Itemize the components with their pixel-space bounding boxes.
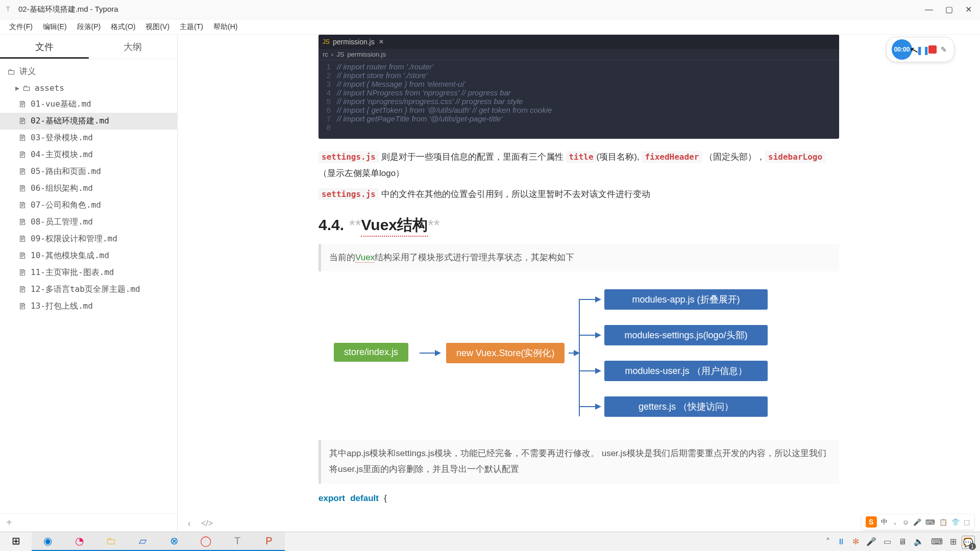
maximize-button[interactable]: ▢ [945,5,953,14]
tree-file-item[interactable]: 🖹12-多语言tab页全屏主题.md [0,281,177,298]
markdown-file-icon: 🖹 [18,218,28,227]
menu-file[interactable]: 文件(F) [4,20,38,34]
tree-file-item[interactable]: 🖹10-其他模块集成.md [0,247,177,264]
connector-line [579,299,580,416]
markdown-file-icon: 🖹 [18,268,28,278]
menu-format[interactable]: 格式(O) [106,20,140,34]
paragraph: settings.js 则是对于一些项目信息的配置，里面有三个属性 title(… [318,149,839,182]
tray-icon[interactable]: ⏸ [837,537,845,546]
close-button[interactable]: ✕ [965,5,972,14]
code-line: 5// import 'nprogress/nprogress.css' // … [318,97,839,106]
window-title: 02-基础环境搭建.md - Typora [18,5,925,14]
edit-icon[interactable]: ✎ [941,45,949,54]
tree-file-item[interactable]: 🖹05-路由和页面.md [0,163,177,180]
js-icon: JS [323,38,330,45]
markdown-file-icon: 🖹 [18,302,28,311]
tab-files[interactable]: 文件 [0,35,89,59]
chevron-right-icon: ▸ [15,83,22,93]
arrow-icon [579,335,600,336]
diagram-box-m1: modules-app.js (折叠展开) [604,289,768,310]
tree-root-folder[interactable]: 🗀 讲义 [0,63,177,80]
arrow-icon [569,353,579,354]
diagram-box-m3: modules-user.js （用户信息） [604,361,768,381]
taskbar-app-chrome[interactable]: ◯ [190,532,222,552]
taskbar: ⊞ ◉ ◔ 🗀 ▱ ⊗ ◯ T P ˄ ⏸ ✻ 🎤 ▭ 🖥 🔈 ⌨ ⊞ S 💬 … [0,532,980,551]
markdown-file-icon: 🖹 [18,235,28,244]
diagram-box-m4: getters.js （快捷访问） [604,396,768,417]
markdown-file-icon: 🖹 [18,134,28,143]
tree-file-item[interactable]: 🖹03-登录模块.md [0,130,177,146]
menu-help[interactable]: 帮助(H) [208,20,242,34]
tray-icon[interactable]: ⊞ [950,537,957,546]
code-breadcrumb: rc› JS permission.js [318,49,839,60]
tray-keyboard-icon[interactable]: ⌨ [931,537,943,546]
markdown-file-icon: 🖹 [18,201,28,210]
screen-recorder-widget[interactable]: 00:00 ❚❚ ✎ [886,37,954,62]
tree-file-item[interactable]: 🖹06-组织架构.md [0,180,177,197]
start-button[interactable]: ⊞ [0,532,32,552]
tray-icon[interactable]: ✻ [852,537,859,546]
menu-bar: 文件(F) 编辑(E) 段落(P) 格式(O) 视图(V) 主题(T) 帮助(H… [0,19,980,35]
markdown-file-icon: 🖹 [18,151,28,160]
tree-file-item[interactable]: 🖹13-打包上线.md [0,298,177,315]
system-tray[interactable]: ˄ ⏸ ✻ 🎤 ▭ 🖥 🔈 ⌨ ⊞ S [818,537,980,546]
app-icon: T [6,6,14,14]
tree-file-item[interactable]: 🖹01-vue基础.md [0,96,177,113]
vuex-diagram: store/index.js new Vuex.Store(实例化) modul… [318,287,839,430]
folder-icon: 🗀 [22,84,32,93]
code-line: 7// import getPageTitle from '@/utils/ge… [318,114,839,123]
notification-count: 1 [969,543,976,550]
tray-expand-icon[interactable]: ˄ [826,537,830,546]
taskbar-app-vscode[interactable]: ⊗ [158,532,190,552]
markdown-file-icon: 🖹 [18,252,28,261]
arrow-icon [579,299,600,300]
tree-subfolder-assets[interactable]: ▸ 🗀 assets [0,80,177,96]
taskbar-app[interactable]: ◉ [32,532,63,552]
code-tab-filename: permission.js [333,38,375,46]
tray-volume-icon[interactable]: 🔈 [914,537,924,546]
taskbar-app[interactable]: ◔ [63,532,95,552]
editor-content[interactable]: JS permission.js ✕ rc› JS permission.js … [178,35,980,532]
blockquote: 当前的Vuex结构采用了模块形式进行管理共享状态，其架构如下 [318,244,839,272]
code-export-line: export default { [318,491,839,506]
sogou-icon: S [866,516,877,528]
tree-file-item[interactable]: 🖹04-主页模块.md [0,146,177,163]
menu-view[interactable]: 视图(V) [140,20,175,34]
tree-file-item[interactable]: 🖹02-基础环境搭建.md [0,113,177,130]
tree-file-item[interactable]: 🖹07-公司和角色.md [0,197,177,214]
folder-icon: 🗀 [7,67,16,77]
source-code-icon[interactable]: </> [201,519,213,528]
taskbar-app-powerpoint[interactable]: P [253,532,285,552]
menu-theme[interactable]: 主题(T) [175,20,208,34]
minimize-button[interactable]: — [925,5,933,14]
code-inline: fixedHeader [642,151,702,163]
tree-file-item[interactable]: 🖹11-主页审批-图表.md [0,264,177,281]
tree-file-item[interactable]: 🖹08-员工管理.md [0,214,177,231]
stop-icon[interactable] [928,45,937,54]
diagram-box-m2: modules-settings.js(logo/头部) [604,325,768,345]
tray-icon[interactable]: 🖥 [898,537,906,546]
tab-outline[interactable]: 大纲 [89,35,178,59]
ime-toolbar[interactable]: S 中 ， ☺ 🎤 ⌨ 📋 👕 ⬚ [862,514,974,530]
diagram-box-vuex: new Vuex.Store(实例化) [446,343,565,363]
code-inline: title [566,151,596,163]
menu-edit[interactable]: 编辑(E) [38,20,72,34]
titlebar: T 02-基础环境搭建.md - Typora — ▢ ✕ [0,0,980,19]
new-file-button[interactable]: + [6,517,12,529]
taskbar-app-powershell[interactable]: ▱ [127,532,158,552]
editor-footer: ‹ </> [179,515,980,532]
taskbar-app-explorer[interactable]: 🗀 [95,532,127,552]
code-line: 1// import router from './router' [318,62,839,71]
markdown-file-icon: 🖹 [18,285,28,294]
tray-icon[interactable]: ▭ [884,537,891,546]
paragraph: settings.js 中的文件在其他的位置会引用到，所以这里暂时不去对该文件进… [318,186,839,203]
taskbar-app-typora[interactable]: T [222,532,253,552]
heading-4-4: 4.4. ** Vuex结构 ** [318,215,839,237]
tree-file-item[interactable]: 🖹09-权限设计和管理.md [0,231,177,247]
back-icon[interactable]: ‹ [188,518,191,529]
close-tab-icon[interactable]: ✕ [379,38,384,45]
code-line: 3// import { Message } from 'element-ui' [318,80,839,88]
notification-center-icon[interactable]: 💬 1 [962,536,975,549]
menu-paragraph[interactable]: 段落(P) [72,20,106,34]
tray-mic-icon[interactable]: 🎤 [866,537,876,546]
